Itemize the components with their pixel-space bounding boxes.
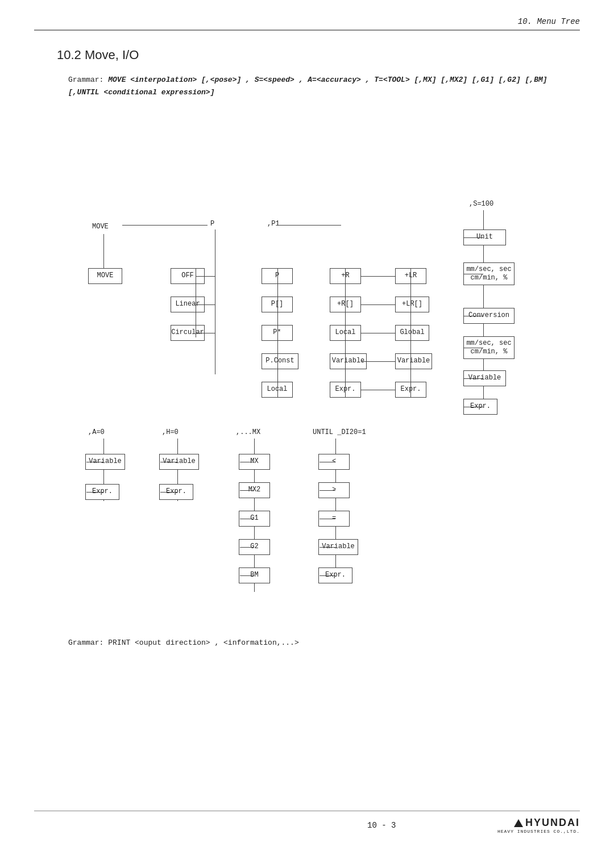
diagram2: ,A=0 Variable Expr. ,H=0 Variable Expr. … [57, 423, 580, 627]
plusLRArr-box: +LR[] [395, 297, 429, 312]
diagram1: MOVE MOVE P ,P1 OFF Linear Circular P P[… [57, 116, 580, 411]
a0-label: ,A=0 [88, 428, 105, 436]
h0-label: ,H=0 [162, 428, 179, 436]
variable2-box: Variable [395, 353, 432, 369]
global-box: Global [395, 325, 429, 341]
p-const-box: P.Const [262, 353, 298, 369]
mx-label: ,...MX [236, 428, 260, 436]
logo-sub: HEAVY INDUSTRIES CO.,LTD. [497, 829, 580, 834]
logo-area: HYUNDAI HEAVY INDUSTRIES CO.,LTD. [497, 817, 580, 834]
header-title: 10. Menu Tree [518, 17, 580, 26]
logo-triangle-icon [514, 819, 523, 827]
page-number: 10 - 3 [265, 821, 497, 830]
logo-name: HYUNDAI [525, 817, 580, 829]
s100-label: ,S=100 [469, 200, 493, 208]
footer-content: 10 - 3 HYUNDAI HEAVY INDUSTRIES CO.,LTD. [34, 817, 580, 834]
section-title: 10.2 Move, I/O [57, 48, 580, 62]
grammar1: Grammar: MOVE <interpolation> [,<pose>] … [68, 74, 557, 99]
footer-line [34, 811, 580, 811]
until-label: UNTIL _DI20=1 [313, 428, 366, 436]
grammar2: Grammar: PRINT <ouput direction> , <info… [68, 639, 557, 647]
move-box: MOVE [88, 268, 122, 284]
p1-label: ,P1 [267, 220, 280, 228]
p-label: P [210, 220, 214, 228]
page-header: 10. Menu Tree [34, 17, 580, 31]
move-root-label: MOVE [92, 223, 109, 231]
